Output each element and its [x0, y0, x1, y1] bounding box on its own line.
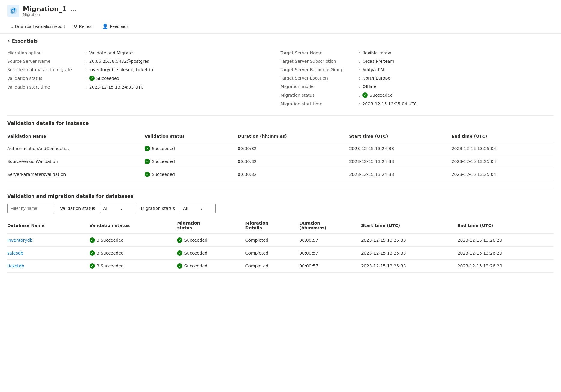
cell-start-time: 2023-12-15 13:24:33 [349, 155, 451, 168]
chevron-down-icon-2: ∨ [200, 207, 202, 210]
col-db-migration-details: MigrationDetails [245, 218, 300, 234]
refresh-label: Refresh [79, 24, 94, 29]
main-content: ∧ Essentials Migration option : Validate… [0, 34, 561, 285]
cell-db-validation-status: ✓ 3 Succeeded [90, 234, 177, 247]
succeeded-icon: ✓ [90, 263, 95, 269]
cell-validation-status: ✓ Succeeded [145, 142, 238, 155]
cell-db-name[interactable]: ticketdb [7, 260, 90, 273]
label-target-location: Target Server Location [281, 76, 359, 80]
essentials-row: Migration option : Validate and Migrate [7, 49, 281, 57]
col-validation-name: Validation Name [7, 131, 145, 142]
cell-validation-status: ✓ Succeeded [145, 168, 238, 181]
essentials-header: ∧ Essentials [7, 38, 554, 44]
table-row: salesdb ✓ 3 Succeeded ✓ Succeeded Comple… [7, 247, 554, 260]
divider [7, 115, 554, 116]
migration-icon [7, 5, 19, 17]
table-row: ServerParametersValidation ✓ Succeeded 0… [7, 168, 554, 181]
cell-start-time: 2023-12-15 13:24:33 [349, 168, 451, 181]
cell-db-start-time: 2023-12-15 13:25:33 [361, 234, 457, 247]
cell-db-migration-details: Completed [245, 234, 300, 247]
filter-by-name-input[interactable] [7, 204, 55, 213]
succeeded-icon: ✓ [90, 250, 95, 256]
refresh-icon: ↻ [73, 23, 77, 29]
migration-status-filter-label: Migration status [141, 206, 175, 211]
download-label: Download validation report [15, 24, 65, 29]
validation-status-dropdown[interactable]: All ∨ [100, 204, 136, 213]
migration-status-value: All [183, 206, 188, 211]
db-table-header-row: Database Name Validation status Migratio… [7, 218, 554, 234]
essentials-row: Selected databases to migrate : inventor… [7, 65, 281, 74]
db-link[interactable]: ticketdb [7, 264, 24, 268]
page-header: Migration_1 ... Migration [0, 0, 561, 19]
cell-db-name[interactable]: salesdb [7, 247, 90, 260]
succeeded-icon: ✓ [145, 172, 150, 177]
cell-db-migration-status: ✓ Succeeded [177, 247, 245, 260]
essentials-chevron[interactable]: ∧ [7, 39, 10, 43]
validation-db-tbody: inventorydb ✓ 3 Succeeded ✓ Succeeded Co… [7, 234, 554, 273]
svg-point-1 [10, 7, 17, 14]
cell-db-end-time: 2023-12-15 13:26:29 [458, 247, 554, 260]
essentials-row: Migration mode : Offline [281, 82, 554, 91]
more-options-button[interactable]: ... [69, 6, 78, 12]
essentials-row: Target Server Name : flexible-mrdw [281, 49, 554, 57]
label-migration-start: Migration start time [281, 101, 359, 106]
value-migration-start: 2023-12-15 13:25:04 UTC [362, 101, 417, 106]
cell-db-migration-status: ✓ Succeeded [177, 234, 245, 247]
value-migration-mode: Offline [362, 84, 376, 89]
essentials-grid: Migration option : Validate and Migrate … [7, 49, 554, 108]
download-report-button[interactable]: ↓ Download validation report [7, 22, 69, 31]
col-db-migration-status: Migrationstatus [177, 218, 245, 234]
cell-validation-status: ✓ Succeeded [145, 155, 238, 168]
feedback-button[interactable]: 👤 Feedback [99, 22, 132, 31]
validation-db-title: Validation and migration details for dat… [7, 193, 554, 199]
cell-db-duration: 00:00:57 [299, 247, 361, 260]
cell-duration: 00:00:32 [238, 155, 349, 168]
essentials-row: Migration status : ✓ Succeeded [281, 91, 554, 100]
label-target-subscription: Target Server Subscription [281, 59, 359, 64]
title-group: Migration_1 ... Migration [23, 5, 78, 17]
refresh-button[interactable]: ↻ Refresh [70, 22, 97, 31]
migration-status-dropdown[interactable]: All ∨ [180, 204, 216, 213]
label-validation-start: Validation start time [7, 85, 85, 89]
essentials-row: Target Server Resource Group : Aditya_PM [281, 65, 554, 74]
col-db-start-time: Start time (UTC) [361, 218, 457, 234]
succeeded-icon: ✓ [145, 159, 150, 164]
col-db-name: Database Name [7, 218, 90, 234]
value-migration-status: ✓ Succeeded [362, 92, 393, 98]
title-text: Migration_1 [23, 5, 67, 13]
download-icon: ↓ [11, 24, 13, 29]
db-link[interactable]: inventorydb [7, 238, 32, 243]
validation-instance-thead: Validation Name Validation status Durati… [7, 131, 554, 142]
essentials-row: Target Server Location : North Europe [281, 74, 554, 82]
essentials-row: Validation status : ✓ Succeeded [7, 74, 281, 83]
label-source-server: Source Server Name [7, 59, 85, 64]
succeeded-icon: ✓ [177, 237, 182, 243]
cell-end-time: 2023-12-15 13:25:04 [452, 155, 554, 168]
table-header-row: Validation Name Validation status Durati… [7, 131, 554, 142]
cell-db-duration: 00:00:57 [299, 234, 361, 247]
cell-db-duration: 00:00:57 [299, 260, 361, 273]
col-db-validation-status: Validation status [90, 218, 177, 234]
db-link[interactable]: salesdb [7, 251, 23, 255]
validation-status-value: All [103, 206, 108, 211]
essentials-row: Migration start time : 2023-12-15 13:25:… [281, 100, 554, 108]
essentials-title: Essentials [12, 38, 38, 44]
value-target-resource-group: Aditya_PM [362, 67, 384, 72]
filter-row: Validation status All ∨ Migration status… [7, 204, 554, 213]
validation-instance-tbody: AuthenticationAndConnecti... ✓ Succeeded… [7, 142, 554, 181]
cell-db-end-time: 2023-12-15 13:26:29 [458, 260, 554, 273]
value-selected-databases: inventorydb, salesdb, ticketdb [89, 67, 153, 72]
cell-db-start-time: 2023-12-15 13:25:33 [361, 247, 457, 260]
value-target-location: North Europe [362, 76, 390, 80]
cell-db-migration-details: Completed [245, 247, 300, 260]
label-migration-status: Migration status [281, 93, 359, 98]
table-row: inventorydb ✓ 3 Succeeded ✓ Succeeded Co… [7, 234, 554, 247]
feedback-label: Feedback [110, 24, 128, 29]
value-migration-option: Validate and Migrate [89, 50, 133, 55]
col-db-end-time: End time (UTC) [458, 218, 554, 234]
col-db-duration: Duration(hh:mm:ss) [299, 218, 361, 234]
page-subtitle: Migration [23, 13, 78, 17]
cell-db-name[interactable]: inventorydb [7, 234, 90, 247]
validation-db-thead: Database Name Validation status Migratio… [7, 218, 554, 234]
label-migration-option: Migration option [7, 50, 85, 55]
